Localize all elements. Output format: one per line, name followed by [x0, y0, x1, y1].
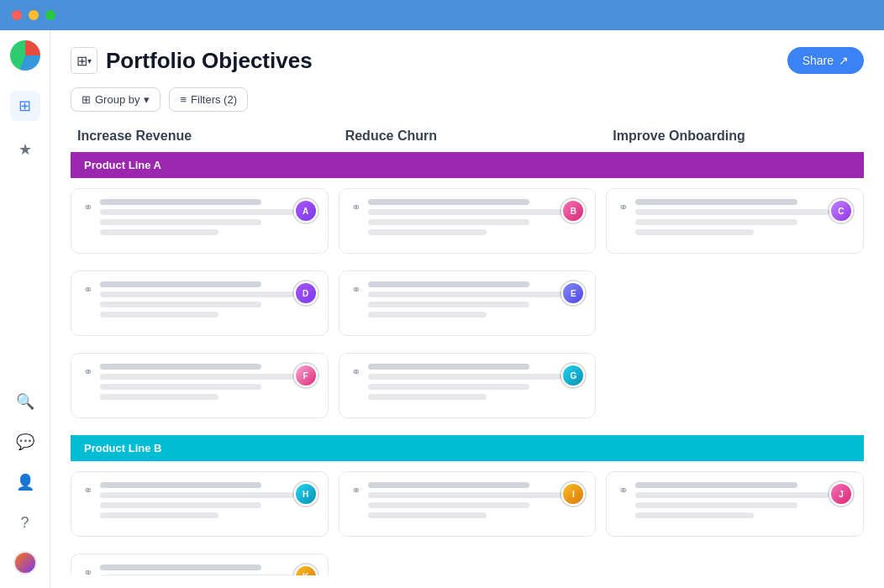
- card-avatar: J: [829, 482, 853, 506]
- card-line: [100, 219, 261, 225]
- group-by-label: Group by: [95, 93, 139, 106]
- card-line: [635, 512, 754, 518]
- sidebar-item-help[interactable]: ?: [10, 507, 40, 538]
- empty-card-slot: [606, 554, 864, 575]
- card[interactable]: ⚭ H: [71, 471, 329, 537]
- close-dot[interactable]: [12, 10, 22, 20]
- card-line: [368, 281, 530, 287]
- board-content: Product Line A ⚭ A ⚭: [71, 152, 864, 575]
- team-icon: 👤: [16, 473, 34, 491]
- user-avatar[interactable]: [10, 548, 40, 578]
- sidebar-item-team[interactable]: 👤: [10, 467, 40, 497]
- card[interactable]: ⚭ C: [606, 188, 864, 254]
- card-line: [100, 492, 294, 498]
- card-people-icon: ⚭: [83, 283, 93, 297]
- card-line: [368, 374, 562, 380]
- card[interactable]: ⚭ K: [71, 554, 329, 575]
- filters-label: Filters (2): [191, 93, 237, 106]
- group-product-line-b: Product Line B ⚭ H ⚭: [71, 435, 864, 575]
- card[interactable]: ⚭ D: [71, 270, 329, 336]
- card-line: [635, 209, 829, 215]
- card[interactable]: ⚭ B: [339, 188, 597, 254]
- card-people-icon: ⚭: [618, 201, 629, 214]
- card-line: [368, 364, 530, 370]
- card-line: [368, 219, 530, 225]
- card-line: [100, 364, 261, 370]
- card-line: [368, 492, 562, 498]
- card-line: [100, 384, 261, 390]
- card[interactable]: ⚭ J: [606, 471, 864, 537]
- card-line: [100, 281, 261, 287]
- cards-row: ⚭ H ⚭: [71, 471, 864, 540]
- col-header-increase-revenue: Increase Revenue: [74, 129, 329, 144]
- share-icon: ↗: [839, 54, 849, 67]
- card-line: [368, 199, 530, 205]
- toolbar: ⊞ Group by ▾ ≡ Filters (2): [71, 87, 864, 112]
- card-people-icon: ⚭: [618, 484, 629, 497]
- card-line: [100, 199, 261, 205]
- col-header-improve-onboarding: Improve Onboarding: [609, 129, 864, 144]
- card-content: [368, 482, 584, 518]
- chat-icon: 💬: [16, 433, 34, 451]
- sidebar-item-grid[interactable]: ⊞: [10, 91, 40, 121]
- sidebar-item-search[interactable]: 🔍: [10, 386, 40, 417]
- share-label: Share: [802, 54, 834, 67]
- group-by-arrow-icon: ▾: [144, 93, 150, 106]
- cards-row: ⚭ D ⚭: [71, 270, 864, 339]
- sidebar: ⊞ ★ 🔍 💬 👤 ?: [0, 30, 50, 588]
- card[interactable]: ⚭ I: [339, 471, 597, 537]
- card-line: [635, 502, 797, 508]
- group-product-line-a: Product Line A ⚭ A ⚭: [71, 152, 864, 422]
- star-icon: ★: [18, 140, 32, 159]
- card-line: [100, 291, 294, 297]
- minimize-dot[interactable]: [29, 10, 39, 20]
- card-content: [635, 199, 851, 235]
- cards-row: ⚭ F ⚭: [71, 353, 864, 422]
- card-line: [100, 394, 218, 400]
- card[interactable]: ⚭ G: [339, 353, 597, 418]
- card-line: [635, 492, 829, 498]
- share-button[interactable]: Share ↗: [787, 47, 864, 74]
- avatar-image: [13, 551, 37, 575]
- card-line: [368, 312, 487, 318]
- card-content: [635, 482, 851, 518]
- view-switcher-button[interactable]: ⊞ ▾: [71, 47, 97, 74]
- card-avatar: A: [294, 199, 318, 223]
- help-icon: ?: [20, 514, 29, 532]
- card-line: [368, 502, 530, 508]
- card-line: [635, 482, 797, 488]
- filters-button[interactable]: ≡ Filters (2): [169, 87, 247, 112]
- card-avatar: D: [294, 281, 318, 305]
- card[interactable]: ⚭ A: [71, 188, 329, 254]
- card-avatar: F: [294, 364, 318, 387]
- sidebar-item-star[interactable]: ★: [10, 134, 40, 165]
- card-content: [100, 199, 316, 235]
- app-logo[interactable]: [10, 40, 40, 71]
- title-group: ⊞ ▾ Portfolio Objectives: [71, 47, 313, 74]
- dropdown-arrow-icon: ▾: [87, 56, 92, 66]
- table-icon: ⊞: [76, 53, 87, 69]
- sidebar-bottom: 🔍 💬 👤 ?: [10, 386, 40, 578]
- cards-row: ⚭ A ⚭: [71, 188, 864, 257]
- card-line: [635, 219, 797, 225]
- card-people-icon: ⚭: [351, 365, 361, 379]
- maximize-dot[interactable]: [45, 10, 55, 20]
- grid-view-icon: ⊞: [18, 97, 31, 115]
- columns-header: Increase Revenue Reduce Churn Improve On…: [71, 129, 864, 144]
- empty-card-slot: [606, 353, 864, 418]
- card-line: [100, 564, 261, 570]
- empty-card-slot: [339, 554, 597, 575]
- card-content: [368, 364, 584, 400]
- group-by-button[interactable]: ⊞ Group by ▾: [71, 87, 160, 112]
- filter-icon: ≡: [180, 93, 187, 106]
- group-label-a: Product Line A: [71, 152, 864, 178]
- card-people-icon: ⚭: [351, 484, 361, 497]
- card-line: [100, 229, 218, 235]
- card-line: [368, 384, 530, 390]
- card-line: [100, 482, 261, 488]
- cards-row: ⚭ K: [71, 554, 864, 575]
- sidebar-item-chat[interactable]: 💬: [10, 427, 40, 457]
- card[interactable]: ⚭ F: [71, 353, 329, 418]
- card-line: [100, 502, 261, 508]
- card[interactable]: ⚭ E: [339, 270, 597, 336]
